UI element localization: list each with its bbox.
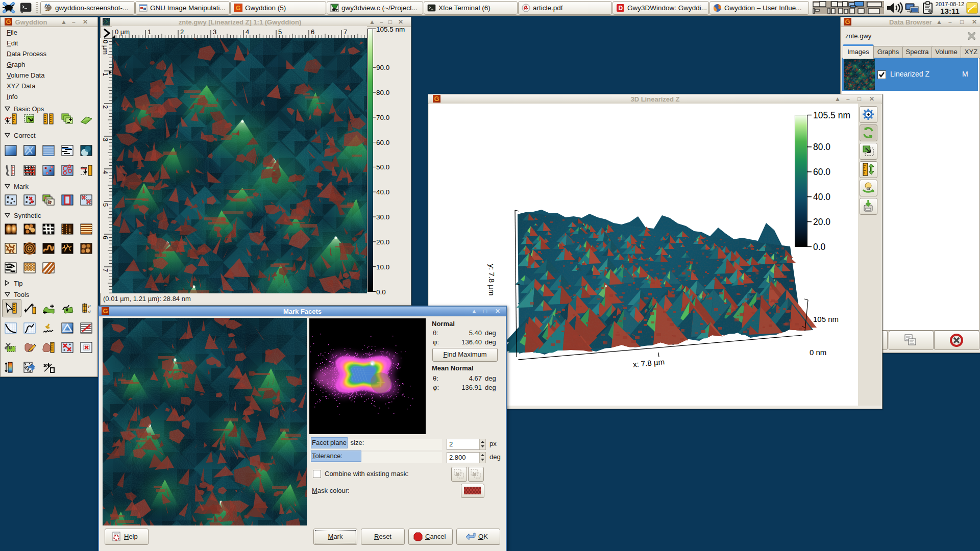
svg-text:σ: σ [88,309,91,314]
svg-text:30.0: 30.0 [376,213,389,221]
svg-text:60.0: 60.0 [813,167,830,177]
svg-text:6: 6 [102,236,109,239]
svg-text:7: 7 [102,268,109,272]
svg-text:3: 3 [213,28,216,36]
svg-text:105.5 nm: 105.5 nm [813,110,850,120]
svg-text:60.0: 60.0 [376,139,389,146]
svg-text:7: 7 [344,28,347,36]
svg-text:50.0: 50.0 [376,163,389,171]
svg-text:0 µm: 0 µm [115,28,130,36]
svg-text:0.0: 0.0 [376,288,386,296]
svg-text:4: 4 [102,170,109,174]
svg-text:0.0: 0.0 [813,242,826,252]
svg-text:70.0: 70.0 [376,114,389,121]
svg-text:6: 6 [311,28,314,36]
svg-text:40.0: 40.0 [813,192,830,202]
svg-text:5: 5 [278,28,282,36]
svg-text:1: 1 [148,28,151,36]
svg-text:40.0: 40.0 [376,188,389,196]
svg-text:105.5 nm: 105.5 nm [376,27,405,33]
svg-text:10.0: 10.0 [376,263,389,271]
svg-text:μ: μ [88,303,91,308]
svg-text:D: D [619,5,623,12]
svg-text:80.0: 80.0 [813,142,830,152]
svg-text:0 µm: 0 µm [102,40,109,55]
svg-text:3: 3 [102,138,109,141]
svg-text:90.0: 90.0 [376,64,389,71]
svg-text:80.0: 80.0 [376,89,389,96]
svg-text:1: 1 [102,72,109,76]
svg-text:2: 2 [102,105,109,109]
svg-text:20.0: 20.0 [813,217,830,227]
svg-text:2: 2 [180,28,184,36]
svg-text:5: 5 [102,203,109,207]
svg-text:4: 4 [246,28,249,36]
svg-text:G: G [236,5,240,12]
svg-text:20.0: 20.0 [376,238,389,246]
